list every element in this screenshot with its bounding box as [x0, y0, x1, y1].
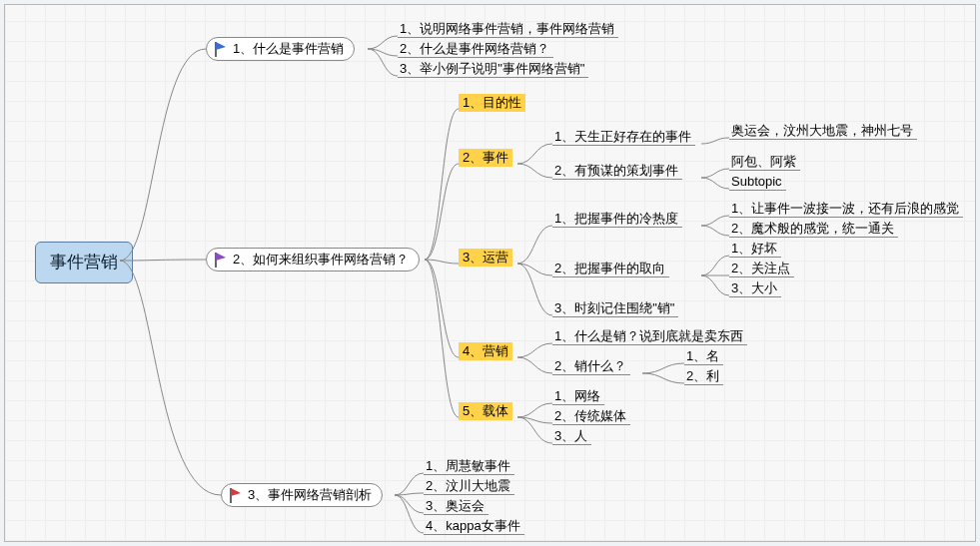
flag-icon — [228, 487, 244, 503]
main-topic-3[interactable]: 3、事件网络营销剖析 — [221, 483, 383, 507]
subtopic[interactable]: 1、说明网络事件营销，事件网络营销 — [398, 21, 618, 38]
subtopic[interactable]: 1、天生正好存在的事件 — [552, 129, 695, 146]
subtopic[interactable]: 2、利 — [684, 368, 723, 385]
subtopic[interactable]: 2、汶川大地震 — [424, 478, 514, 495]
subtopic[interactable]: 2、销什么？ — [552, 358, 630, 375]
subtopic[interactable]: 3、大小 — [729, 280, 781, 297]
flag-icon — [213, 252, 229, 268]
subtopic[interactable]: 2、什么是事件网络营销？ — [398, 41, 553, 58]
subtopic[interactable]: 奥运会，汶州大地震，神州七号 — [729, 123, 917, 140]
subtopic[interactable]: 3、人 — [552, 428, 591, 445]
main-topic-label: 3、事件网络营销剖析 — [248, 487, 372, 503]
root-label: 事件营销 — [50, 253, 118, 272]
flag-icon — [213, 41, 229, 57]
main-topic-1[interactable]: 1、什么是事件营销 — [206, 37, 355, 61]
subtopic[interactable]: 2、把握事件的取向 — [552, 261, 669, 277]
subtopic[interactable]: 3、时刻记住围绕"销" — [552, 300, 678, 317]
subtopic[interactable]: 3、奥运会 — [424, 498, 489, 515]
subtopic[interactable]: 1、好坏 — [729, 241, 781, 258]
subtopic[interactable]: 1、周慧敏事件 — [424, 458, 514, 475]
subtopic[interactable]: 5、载体 — [459, 402, 512, 420]
subtopic[interactable]: 2、魔术般的感觉，统一通关 — [729, 221, 898, 238]
subtopic[interactable]: 3、运营 — [459, 249, 512, 267]
subtopic[interactable]: 1、网络 — [552, 388, 604, 405]
subtopic[interactable]: 1、目的性 — [459, 94, 525, 112]
main-topic-label: 1、什么是事件营销 — [233, 41, 344, 57]
subtopic[interactable]: 2、传统媒体 — [552, 408, 630, 425]
subtopic[interactable]: 1、把握事件的冷热度 — [552, 211, 682, 228]
subtopic[interactable]: 阿包、阿紫 — [729, 154, 800, 171]
subtopic[interactable]: 4、kappa女事件 — [424, 518, 524, 535]
mindmap-canvas[interactable]: 事件营销 1、什么是事件营销 2、如何来组织事件网络营销？ 3、事件网络营销剖析… — [4, 4, 976, 542]
subtopic[interactable]: 3、举小例子说明"事件网络营销" — [398, 61, 588, 78]
subtopic[interactable]: 1、名 — [684, 348, 723, 365]
main-topic-label: 2、如何来组织事件网络营销？ — [233, 252, 409, 268]
subtopic[interactable]: 4、营销 — [459, 342, 512, 360]
subtopic[interactable]: 1、什么是销？说到底就是卖东西 — [552, 328, 747, 345]
main-topic-2[interactable]: 2、如何来组织事件网络营销？ — [206, 248, 420, 272]
subtopic[interactable]: 2、有预谋的策划事件 — [552, 163, 682, 180]
root-node[interactable]: 事件营销 — [35, 242, 133, 283]
subtopic[interactable]: 1、让事件一波接一波，还有后浪的感觉 — [729, 201, 963, 218]
subtopic[interactable]: 2、事件 — [459, 149, 512, 167]
subtopic[interactable]: Subtopic — [729, 174, 786, 191]
subtopic[interactable]: 2、关注点 — [729, 261, 794, 277]
